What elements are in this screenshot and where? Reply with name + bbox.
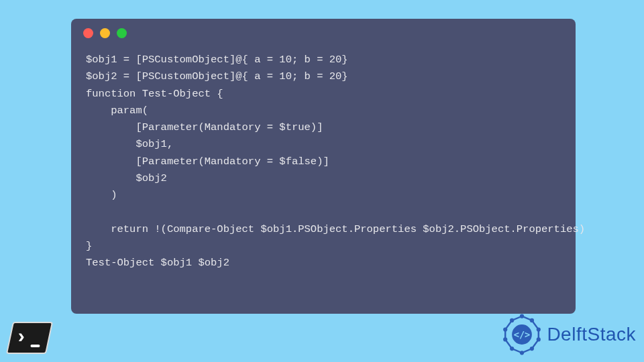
code-content: $obj1 = [PSCustomObject]@{ a = 10; b = 2… (71, 45, 576, 278)
window-traffic-lights (71, 28, 576, 45)
minimize-icon (100, 28, 110, 38)
maximize-icon (117, 28, 127, 38)
svg-point-9 (510, 347, 514, 351)
svg-point-8 (520, 351, 524, 355)
code-window: $obj1 = [PSCustomObject]@{ a = 10; b = 2… (71, 19, 576, 314)
powershell-icon: › (5, 319, 51, 357)
close-icon (83, 28, 93, 38)
delftstack-emblem-icon: </> (501, 314, 543, 355)
svg-point-4 (530, 318, 534, 322)
svg-point-6 (537, 337, 541, 341)
svg-point-10 (503, 337, 507, 341)
brand-name: DelftStack (547, 324, 636, 345)
brand-logo: </> DelftStack (501, 314, 636, 355)
svg-point-11 (503, 327, 507, 331)
svg-point-3 (520, 314, 524, 318)
svg-point-12 (510, 318, 514, 322)
svg-point-5 (537, 327, 541, 331)
svg-point-7 (530, 347, 534, 351)
svg-text:</>: </> (514, 329, 531, 340)
